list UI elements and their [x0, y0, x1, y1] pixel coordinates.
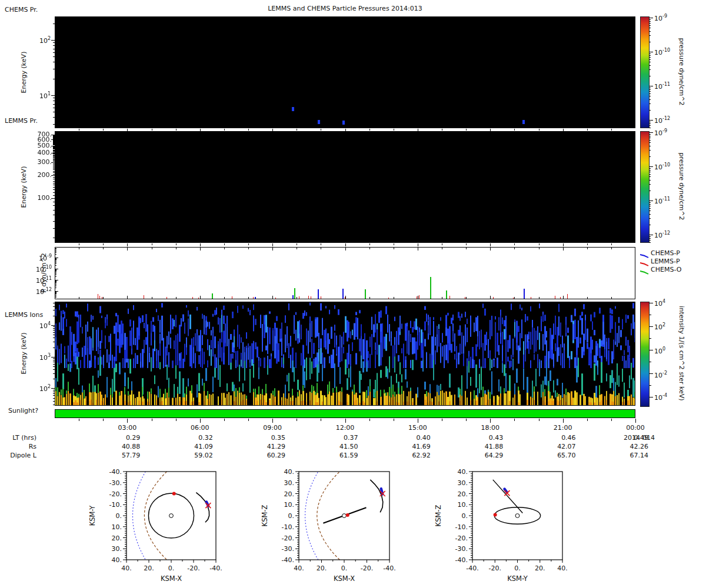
xtick-label: 0.: [168, 564, 175, 572]
x-axis-tick: [514, 243, 515, 245]
x-axis-tick: [563, 243, 564, 246]
intensity-colorbar: [640, 302, 650, 407]
ytick-label: 104: [39, 321, 51, 330]
magnetopause: [317, 472, 340, 560]
y-axis-tick: [649, 235, 653, 235]
cassini-trajectory: [370, 480, 383, 513]
trajectory-ksmx-ksmz-plot: 40.30.20.10.0.-10.-20.-30.-40.40.20.0.-2…: [253, 463, 402, 584]
y-axis-tick: [55, 269, 56, 270]
y-axis-tick: [53, 238, 55, 238]
x-axis-tick: [418, 248, 418, 250]
pressure-spike: [192, 297, 193, 299]
x-axis-tick: [152, 419, 152, 421]
x-axis-tick: [152, 129, 152, 131]
y-axis-tick: [649, 225, 651, 225]
y-axis-tick: [649, 123, 651, 124]
x-axis-tick: [224, 297, 225, 299]
ytick-label: -40.: [109, 468, 122, 476]
x-axis-tick: [297, 297, 297, 299]
xtick-label: -20.: [187, 564, 199, 572]
y-axis-tick: [53, 187, 55, 188]
pressure-spike: [417, 296, 417, 299]
y-axis-tick: [53, 117, 55, 118]
y-axis-tick: [53, 52, 55, 53]
y-axis-tick: [53, 150, 55, 151]
x-axis-tick: [103, 297, 104, 299]
magnetopause: [144, 472, 166, 560]
time-tick-label: 03:00: [114, 424, 140, 432]
x-axis-tick: [345, 419, 346, 423]
y-axis-tick: [649, 57, 651, 58]
y-axis-tick: [53, 139, 55, 139]
ytick-label: 10.: [112, 523, 122, 531]
y-axis-tick: [55, 265, 56, 266]
ytick-label: 0.: [116, 512, 122, 520]
y-axis-tick: [53, 189, 55, 190]
y-axis-title-ions: Energy (keV): [20, 333, 28, 375]
x-axis-tick: [514, 297, 515, 299]
x-axis-tick: [539, 129, 540, 131]
y-axis-tick: [53, 205, 55, 206]
pressure-spike: [449, 296, 450, 299]
y-axis-tick: [649, 136, 651, 136]
pressure-spike: [294, 288, 295, 299]
x-axis-tick: [297, 248, 297, 249]
x-axis-tick: [394, 129, 394, 131]
y-axis-tick: [53, 401, 55, 402]
y-axis-tick: [53, 221, 55, 222]
y-axis-tick: [55, 270, 56, 271]
pressure-spike: [560, 297, 561, 299]
colorbar-tick: [649, 397, 653, 397]
x-axis-tick: [297, 419, 297, 421]
x-axis-tick: [563, 129, 564, 131]
lemms-pressure-spectrogram: [55, 131, 635, 243]
y-axis-title: KSM-Y: [88, 505, 96, 526]
x-axis-tick: [127, 296, 128, 299]
saturn: [342, 514, 347, 518]
ytick-label: 10-11: [36, 276, 52, 285]
x-axis-tick: [587, 297, 588, 299]
xtick-label: 40.: [557, 564, 568, 572]
ytick-label: 400.: [38, 149, 52, 156]
pressure-spike: [292, 295, 294, 299]
y-axis-tick: [53, 141, 55, 141]
ytick-label: 101: [39, 91, 51, 100]
ytick-label: 10-12: [36, 287, 52, 296]
colorbar-tick: [649, 373, 653, 374]
y-axis-tick: [649, 180, 651, 181]
ytick-label: 40.: [112, 556, 122, 564]
x-axis-tick: [248, 243, 249, 245]
x-axis-tick: [369, 243, 370, 245]
row-value: 0.46: [543, 434, 576, 442]
y-axis-tick: [55, 297, 56, 298]
y-axis-tick: [55, 293, 56, 293]
y-axis-tick: [649, 89, 651, 90]
x-axis-tick: [224, 419, 225, 421]
y-axis-tick: [53, 138, 55, 139]
y-axis-tick: [53, 24, 55, 24]
x-axis-tick: [442, 297, 442, 299]
ytick-label: 40.: [284, 468, 295, 476]
row-label: Rs: [29, 443, 36, 450]
y-axis-tick: [53, 338, 55, 338]
y-axis-tick: [649, 55, 651, 56]
x-axis-tick: [369, 297, 370, 299]
trajectory-ksmx-ksmy-plot: -40.-30.-20.-10.0.10.20.30.40.40.20.0.-2…: [81, 463, 229, 584]
ytick-label: 20.: [112, 534, 122, 542]
y-axis-tick: [53, 155, 55, 156]
x-axis-tick: [103, 248, 104, 249]
pressure-spike: [388, 298, 389, 299]
y-axis-tick: [649, 242, 651, 243]
y-axis-tick: [55, 262, 56, 263]
y-axis-tick: [55, 295, 56, 295]
xtick-label: -20.: [489, 564, 501, 572]
x-axis-tick: [539, 248, 540, 249]
x-axis-tick: [79, 129, 79, 131]
x-axis-tick: [418, 296, 418, 299]
x-axis-tick: [79, 419, 79, 421]
y-axis-tick: [649, 202, 651, 203]
y-axis-tick: [55, 282, 56, 282]
y-axis-tick: [649, 19, 651, 20]
x-axis-tick: [321, 419, 321, 421]
x-axis-tick: [200, 248, 201, 250]
